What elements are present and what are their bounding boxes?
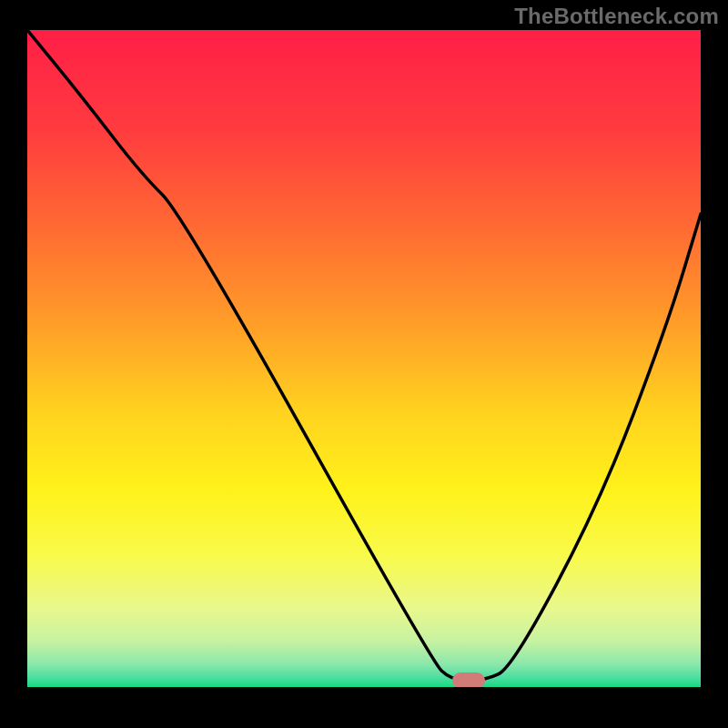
svg-rect-0 [27, 30, 701, 687]
plot-area [27, 30, 701, 687]
chart-frame: TheBottleneck.com [0, 0, 728, 728]
heatmap-gradient-background [27, 30, 701, 687]
watermark-text: TheBottleneck.com [514, 4, 719, 29]
